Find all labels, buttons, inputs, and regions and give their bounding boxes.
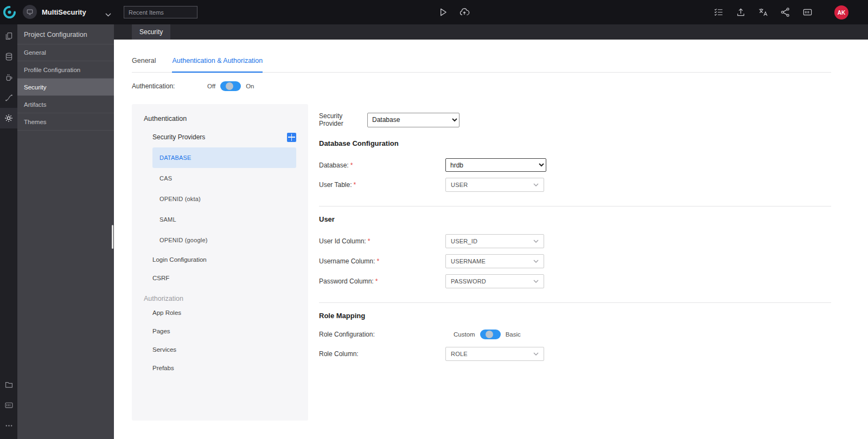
role-configuration-label: Role Configuration: <box>319 331 375 338</box>
username-column-label: Username Column: <box>319 257 375 265</box>
toggle-knob <box>486 331 493 338</box>
role-column-label: Role Column: <box>319 350 359 358</box>
sidebar-item-themes[interactable]: Themes <box>17 113 114 131</box>
authentication-toggle[interactable] <box>220 81 241 91</box>
security-provider-select[interactable]: Database <box>367 113 459 127</box>
username-column-value: USERNAME <box>451 258 486 264</box>
user-id-column-value: USER_ID <box>451 238 477 244</box>
user-id-column-select[interactable]: USER_ID <box>445 234 544 248</box>
settings-gear-icon[interactable] <box>0 108 17 128</box>
user-id-column-row: User Id Column: * USER_ID <box>319 234 831 248</box>
tree-item-csrf[interactable]: CSRF <box>152 269 296 287</box>
provider-item-openid-okta[interactable]: OPENID (okta) <box>152 189 296 209</box>
password-column-row: Password Column: * PASSWORD <box>319 274 831 288</box>
required-asterisk: * <box>375 277 378 285</box>
role-column-select[interactable]: ROLE <box>445 347 544 361</box>
workspace-tabstrip: Security <box>114 24 868 40</box>
section-divider <box>319 206 831 206</box>
section-divider <box>319 302 831 303</box>
security-tabs: General Authentication & Authorization <box>132 57 831 73</box>
user-id-column-label: User Id Column: <box>319 237 366 245</box>
sidebar-item-artifacts[interactable]: Artifacts <box>17 96 114 113</box>
workspace-tab-security[interactable]: Security <box>132 24 170 40</box>
chevron-down-icon <box>533 352 539 356</box>
tree-section-authentication: Authentication <box>144 115 296 122</box>
icon-rail <box>0 24 17 439</box>
translate-icon[interactable] <box>757 7 768 17</box>
tree-item-app-roles[interactable]: App Roles <box>152 304 296 322</box>
sidebar-item-profile-configuration[interactable]: Profile Configuration <box>17 61 114 79</box>
role-column-row: Role Column: ROLE <box>319 347 831 361</box>
database-configuration-heading: Database Configuration <box>319 139 831 147</box>
required-asterisk: * <box>376 257 379 265</box>
required-asterisk: * <box>368 237 371 245</box>
security-settings-page: General Authentication & Authorization A… <box>114 40 868 439</box>
wavemaker-logo[interactable] <box>3 6 16 18</box>
logs-icon[interactable] <box>0 395 17 415</box>
security-provider-label: Security Provider <box>319 112 367 127</box>
role-custom-label: Custom <box>454 331 475 338</box>
authentication-toggle-row: Authentication: Off On <box>132 81 831 91</box>
role-configuration-row: Role Configuration: Custom Basic <box>319 330 831 339</box>
topbar-center-actions <box>437 7 470 17</box>
run-icon[interactable] <box>437 7 448 17</box>
more-icon[interactable] <box>0 415 17 436</box>
required-asterisk: * <box>350 162 353 169</box>
toggle-knob <box>226 82 233 90</box>
tree-item-pages[interactable]: Pages <box>152 322 296 340</box>
toggle-on-label: On <box>246 83 254 89</box>
sidebar-title: Project Configuration <box>17 24 114 44</box>
sidebar-item-general[interactable]: General <box>17 44 114 61</box>
apis-icon[interactable] <box>0 87 17 108</box>
chevron-down-icon <box>533 260 539 263</box>
database-row: Database: * hrdb <box>319 158 831 172</box>
chevron-down-icon <box>533 240 539 243</box>
role-configuration-toggle[interactable] <box>480 330 501 339</box>
database-select[interactable]: hrdb <box>445 158 546 172</box>
auth-config-body: Authentication Security Providers DATABA… <box>132 104 831 421</box>
console-icon[interactable] <box>802 7 813 17</box>
recent-items-input[interactable]: Recent Items <box>124 6 197 18</box>
tab-general[interactable]: General <box>132 57 156 72</box>
user-table-row: User Table: * USER <box>319 178 831 192</box>
provider-item-database[interactable]: DATABASE <box>152 147 296 168</box>
pages-icon[interactable] <box>0 25 17 46</box>
database-icon[interactable] <box>0 46 17 67</box>
chevron-down-icon[interactable] <box>105 9 111 19</box>
role-mapping-heading: Role Mapping <box>319 312 831 320</box>
tree-section-authorization: Authorization <box>144 295 296 302</box>
security-tree-panel: Authentication Security Providers DATABA… <box>132 104 308 421</box>
authentication-label: Authentication: <box>132 82 207 90</box>
sidebar-item-security[interactable]: Security <box>17 79 114 96</box>
folder-icon[interactable] <box>0 374 17 395</box>
user-table-label: User Table: <box>319 181 352 189</box>
password-column-select[interactable]: PASSWORD <box>445 274 544 288</box>
export-icon[interactable] <box>735 7 746 17</box>
project-selector[interactable]: MultiSecurity <box>23 5 86 19</box>
provider-item-openid-google[interactable]: OPENID (google) <box>152 230 296 250</box>
provider-item-saml[interactable]: SAML <box>152 209 296 230</box>
database-label: Database: <box>319 162 349 169</box>
chevron-down-icon <box>533 280 539 283</box>
sidebar-scrollbar-thumb[interactable] <box>112 225 113 249</box>
user-table-select[interactable]: USER <box>445 178 544 192</box>
username-column-select[interactable]: USERNAME <box>445 254 544 268</box>
tree-item-login-configuration[interactable]: Login Configuration <box>152 250 296 269</box>
username-column-row: Username Column: * USERNAME <box>319 254 831 268</box>
checklist-icon[interactable] <box>713 7 724 17</box>
password-column-label: Password Column: <box>319 277 374 285</box>
deploy-cloud-icon[interactable] <box>459 7 470 17</box>
tab-authentication-authorization[interactable]: Authentication & Authorization <box>172 57 263 73</box>
project-config-sidebar: Project Configuration General Profile Co… <box>17 24 114 439</box>
add-provider-button[interactable] <box>287 133 296 142</box>
java-services-icon[interactable] <box>0 67 17 87</box>
tree-item-services[interactable]: Services <box>152 340 296 359</box>
tree-item-prefabs[interactable]: Prefabs <box>152 359 296 377</box>
user-avatar[interactable]: AK <box>834 5 848 20</box>
branch-icon[interactable] <box>780 7 790 17</box>
provider-item-cas[interactable]: CAS <box>152 168 296 189</box>
role-column-value: ROLE <box>451 351 468 357</box>
security-providers-label: Security Providers <box>152 133 205 141</box>
topbar: MultiSecurity Recent Items <box>0 0 868 24</box>
user-heading: User <box>319 215 831 223</box>
